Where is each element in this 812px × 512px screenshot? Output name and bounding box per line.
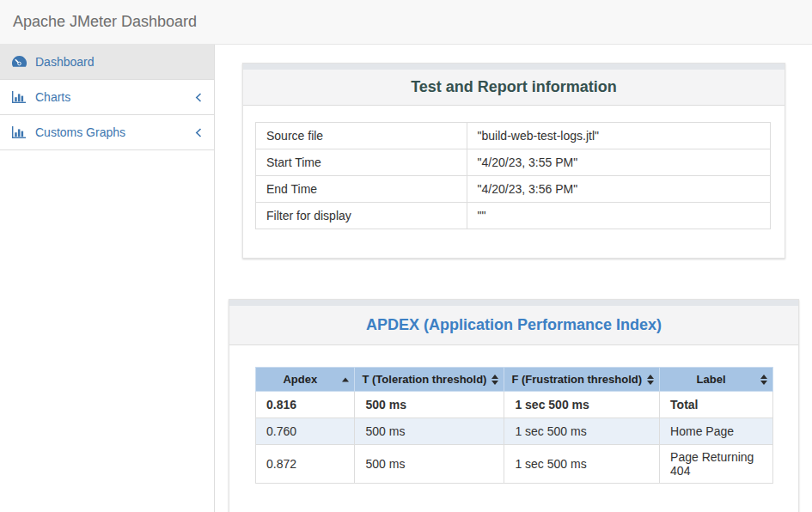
bar-chart-icon [12,91,27,103]
panel-header: APDEX (Application Performance Index) [229,306,798,345]
toleration-cell: 500 ms [355,392,504,418]
info-value-cell: "4/20/23, 3:56 PM" [467,176,770,203]
sort-icon [760,375,767,385]
label-cell: Page Returning 404 [660,445,773,484]
sidebar-item-customs-graphs[interactable]: Customs Graphs [0,115,214,150]
table-row: 0.872 500 ms 1 sec 500 ms Page Returning… [256,445,773,484]
frustration-cell: 1 sec 500 ms [504,418,660,445]
panel-top-strip [229,300,798,306]
info-value-cell: "" [467,203,770,229]
label-cell: Total [660,392,773,418]
main-content: Test and Report information Source file … [215,45,812,512]
app-title[interactable]: Apache JMeter Dashboard [13,13,197,31]
label-cell: Home Page [660,418,773,445]
chevron-left-icon[interactable] [195,93,202,102]
sidebar-item-dashboard[interactable]: Dashboard [0,45,214,80]
panel-top-strip [243,64,785,70]
apdex-score-cell: 0.872 [256,445,355,484]
info-value-cell: "4/20/23, 3:55 PM" [467,149,770,176]
panel-title: Test and Report information [411,78,617,95]
panel-body: Source file "build-web-test-logs.jtl" St… [243,106,785,258]
apdex-score-cell: 0.816 [256,392,355,418]
sort-ascending-icon [342,377,349,381]
frustration-cell: 1 sec 500 ms [504,392,660,418]
sort-icon [647,375,654,385]
page-layout: Dashboard Charts [0,45,812,512]
panel-header: Test and Report information [243,70,785,106]
apdex-table: Apdex T (Toleration threshold) F (Frustr… [255,367,773,484]
sort-icon [491,375,498,385]
apdex-score-cell: 0.760 [256,418,355,445]
info-label-cell: End Time [256,176,467,203]
info-label-cell: Filter for display [256,203,467,229]
column-header-frustration[interactable]: F (Frustration threshold) [504,368,660,392]
table-row: 0.760 500 ms 1 sec 500 ms Home Page [256,418,773,445]
column-header-toleration[interactable]: T (Toleration threshold) [355,368,504,392]
sidebar: Dashboard Charts [0,45,215,512]
toleration-cell: 500 ms [355,445,504,484]
frustration-cell: 1 sec 500 ms [504,445,660,484]
panel-title: APDEX (Application Performance Index) [366,316,662,333]
apdex-panel: APDEX (Application Performance Index) Ap… [229,299,799,512]
sidebar-item-label: Charts [35,90,70,104]
info-label-cell: Start Time [256,149,467,176]
table-row: Start Time "4/20/23, 3:55 PM" [256,149,771,176]
sidebar-item-label: Customs Graphs [35,125,125,139]
sidebar-item-label: Dashboard [35,55,95,69]
panel-body: Apdex T (Toleration threshold) F (Frustr… [229,345,798,512]
sidebar-item-charts[interactable]: Charts [0,80,214,115]
table-row: Source file "build-web-test-logs.jtl" [256,123,771,149]
column-header-label[interactable]: Label [660,368,773,392]
table-row-total: 0.816 500 ms 1 sec 500 ms Total [256,392,773,418]
top-navbar: Apache JMeter Dashboard [0,0,812,45]
test-report-info-table: Source file "build-web-test-logs.jtl" St… [255,122,771,229]
table-row: End Time "4/20/23, 3:56 PM" [256,176,771,203]
column-header-apdex[interactable]: Apdex [256,368,355,392]
chevron-left-icon[interactable] [195,128,202,137]
test-report-info-panel: Test and Report information Source file … [242,63,785,259]
info-label-cell: Source file [256,123,467,149]
table-header-row: Apdex T (Toleration threshold) F (Frustr… [256,368,773,392]
info-value-cell: "build-web-test-logs.jtl" [467,123,770,149]
gauge-icon [12,56,27,69]
table-row: Filter for display "" [256,203,771,229]
bar-chart-icon [12,126,27,138]
toleration-cell: 500 ms [355,418,504,445]
